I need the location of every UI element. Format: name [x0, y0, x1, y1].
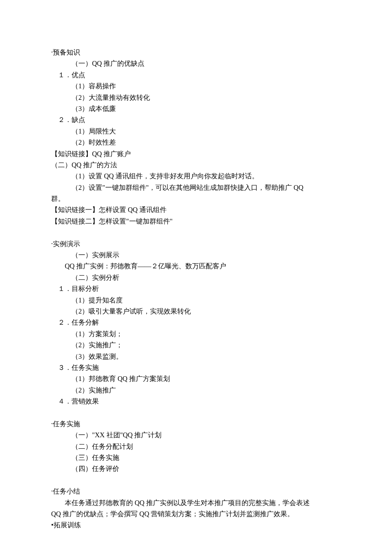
- list-heading: ２．任务分解: [51, 317, 341, 328]
- heading-task: ·任务实施: [51, 418, 341, 430]
- list-item: （1）提升知名度: [51, 295, 341, 306]
- list-item: （一）"XX 社团"QQ 推广计划: [51, 430, 341, 441]
- sub-heading: （二）实例分析: [51, 272, 341, 283]
- list-item: （1）容易操作: [51, 81, 341, 92]
- list-item: （3）成本低廉: [51, 103, 341, 114]
- list-item: （1）邦德教育 QQ 推广方案策划: [51, 373, 341, 384]
- list-heading: ４．营销效果: [51, 396, 341, 407]
- knowledge-link: 【知识链接】QQ 推广账户: [51, 148, 341, 160]
- blank-line: [51, 475, 341, 486]
- list-item: （3）效果监测。: [51, 351, 341, 362]
- heading-prep: ·预备知识: [51, 47, 341, 58]
- list-item: （2）吸引大量客户试听，实现效果转化: [51, 306, 341, 317]
- list-item: （2）实施推广: [51, 385, 341, 396]
- list-item: （二）任务分配计划: [51, 441, 341, 452]
- list-heading: １．优点: [51, 70, 341, 81]
- paragraph: 本任务通过邦德教育的 QQ 推广实例以及学生对本推广项目的完整实施，学会表述: [51, 497, 341, 509]
- sub-heading: （一）QQ 推广的优缺点: [51, 58, 341, 69]
- list-item: （三）任务实施: [51, 452, 341, 463]
- list-heading: ３．任务实施: [51, 362, 341, 373]
- list-item: （四）任务评价: [51, 463, 341, 474]
- heading-demo: ·实例演示: [51, 238, 341, 250]
- list-item: （2）大流量推动有效转化: [51, 92, 341, 103]
- list-item: （2）时效性差: [51, 137, 341, 148]
- list-item: （1）设置 QQ 通讯组件，支持非好友用户向你发起临时对话。: [51, 171, 341, 182]
- list-heading: ２．缺点: [51, 114, 341, 125]
- list-heading: １．目标分析: [51, 283, 341, 294]
- knowledge-link: 【知识链接一】怎样设置 QQ 通讯组件: [51, 204, 341, 215]
- list-item: （1）局限性大: [51, 126, 341, 137]
- blank-line: [51, 227, 341, 238]
- heading-extend: •拓展训练: [51, 520, 341, 531]
- case-title: QQ 推广实例：邦德教育——２亿曝光、数万匹配客户: [51, 261, 341, 272]
- sub-heading: （一）实例展示: [51, 250, 341, 261]
- knowledge-link: 【知识链接二】怎样设置"一键加群组件": [51, 216, 341, 227]
- document-page: ·预备知识 （一）QQ 推广的优缺点 １．优点 （1）容易操作 （2）大流量推动…: [0, 0, 392, 555]
- heading-summary: ·任务小结: [51, 486, 341, 497]
- list-item: （2）实施推广；: [51, 340, 341, 351]
- sub-heading: （二）QQ 推广的方法: [51, 160, 341, 171]
- list-item: （2）设置"一键加群组件"，可以在其他网站生成加群快捷入口，帮助推广 QQ: [51, 182, 341, 193]
- list-item: （1）方案策划；: [51, 328, 341, 340]
- paragraph-cont: QQ 推广的优缺点；学会撰写 QQ 营销策划方案；实施推广计划并监测推广效果。: [51, 509, 341, 520]
- blank-line: [51, 407, 341, 418]
- list-item-cont: 群。: [51, 193, 341, 204]
